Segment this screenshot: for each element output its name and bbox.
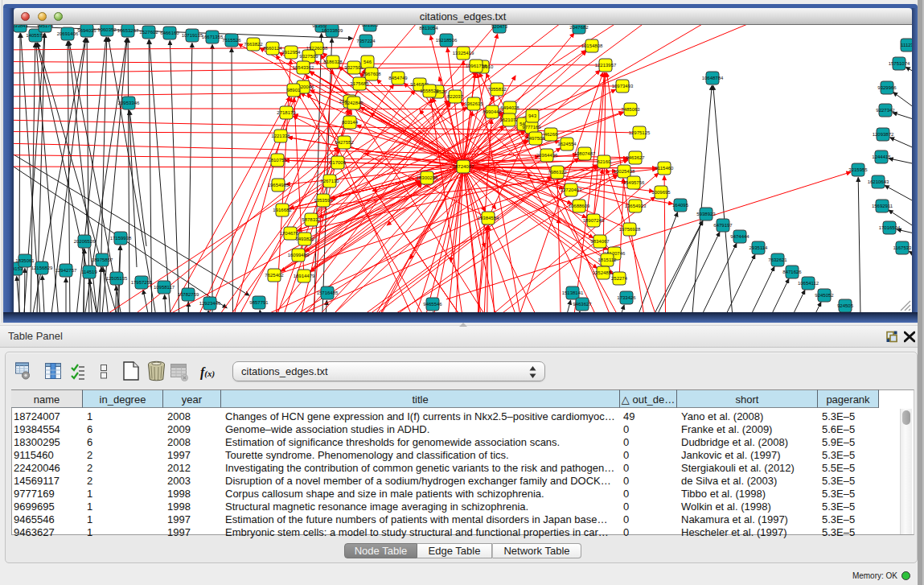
svg-text:1244415: 1244415 xyxy=(872,154,891,159)
svg-text:20364436: 20364436 xyxy=(536,153,558,158)
svg-text:16782759: 16782759 xyxy=(178,292,199,297)
svg-text:10025438: 10025438 xyxy=(614,169,635,174)
svg-text:11123: 11123 xyxy=(901,43,912,47)
svg-text:5878332: 5878332 xyxy=(302,217,321,222)
svg-text:9834067: 9834067 xyxy=(590,239,610,244)
svg-text:16099489: 16099489 xyxy=(288,253,310,257)
svg-text:9694035: 9694035 xyxy=(77,28,97,33)
svg-text:12505135: 12505135 xyxy=(106,276,128,281)
svg-text:8813054: 8813054 xyxy=(419,26,438,31)
svg-text:18975857: 18975857 xyxy=(92,257,113,262)
svg-text:16543362: 16543362 xyxy=(293,65,314,70)
svg-text:15138141: 15138141 xyxy=(562,290,584,295)
svg-text:2047682: 2047682 xyxy=(569,25,589,30)
svg-text:9463627: 9463627 xyxy=(626,155,645,160)
svg-text:12093872: 12093872 xyxy=(873,132,894,137)
svg-text:8471626: 8471626 xyxy=(782,270,802,274)
svg-text:10654112: 10654112 xyxy=(798,281,819,286)
svg-text:9463627: 9463627 xyxy=(573,302,592,307)
svg-text:3912954: 3912954 xyxy=(281,50,301,55)
svg-text:1558520: 1558520 xyxy=(420,89,439,93)
svg-text:252274: 252274 xyxy=(611,276,628,281)
svg-text:114519: 114519 xyxy=(81,270,97,274)
svg-text:3175685: 3175685 xyxy=(350,81,369,86)
svg-text:1405571: 1405571 xyxy=(26,33,45,38)
svg-text:822037: 822037 xyxy=(447,94,464,99)
svg-text:1810755: 1810755 xyxy=(268,158,287,163)
svg-text:924505: 924505 xyxy=(837,303,854,308)
svg-text:16033809: 16033809 xyxy=(322,28,343,33)
svg-text:15751074: 15751074 xyxy=(889,61,910,66)
svg-text:15716485: 15716485 xyxy=(317,290,339,295)
svg-text:8990448: 8990448 xyxy=(483,109,502,114)
svg-text:20206526: 20206526 xyxy=(74,239,96,244)
svg-text:881305: 881305 xyxy=(362,25,379,27)
svg-text:16671355: 16671355 xyxy=(202,35,224,39)
svg-text:217006: 217006 xyxy=(330,160,347,165)
svg-text:15692911: 15692911 xyxy=(872,204,893,208)
svg-text:10958117: 10958117 xyxy=(154,285,175,290)
svg-text:1167533: 1167533 xyxy=(893,245,912,250)
svg-text:10961758: 10961758 xyxy=(466,64,487,68)
svg-text:8660124: 8660124 xyxy=(263,46,282,51)
svg-text:1527602: 1527602 xyxy=(139,30,158,35)
svg-text:943: 943 xyxy=(528,113,537,118)
svg-text:20953346: 20953346 xyxy=(118,101,140,105)
svg-text:1009695: 1009695 xyxy=(651,190,671,195)
svg-text:9857791: 9857791 xyxy=(249,300,269,305)
svg-text:6497506: 6497506 xyxy=(526,136,545,141)
svg-text:10154808: 10154808 xyxy=(581,43,603,48)
svg-text:9115460: 9115460 xyxy=(655,166,675,171)
svg-text:1815112: 1815112 xyxy=(598,257,618,262)
svg-text:10807487: 10807487 xyxy=(574,151,596,156)
svg-text:9465546: 9465546 xyxy=(423,302,442,307)
svg-text:6466160: 6466160 xyxy=(160,31,179,35)
svg-text:19218506: 19218506 xyxy=(436,38,458,43)
svg-text:19654985: 19654985 xyxy=(268,183,290,187)
svg-text:15495756: 15495756 xyxy=(623,180,645,185)
svg-text:3493822: 3493822 xyxy=(295,237,314,241)
svg-text:17957255: 17957255 xyxy=(131,280,153,285)
svg-text:2967608: 2967608 xyxy=(362,72,381,76)
svg-text:9777169: 9777169 xyxy=(522,125,541,130)
svg-text:13524851: 13524851 xyxy=(593,270,614,275)
svg-text:1221338: 1221338 xyxy=(271,134,290,138)
svg-text:10719135: 10719135 xyxy=(182,33,203,38)
svg-text:803144: 803144 xyxy=(342,120,359,125)
svg-text:13325419: 13325419 xyxy=(453,51,474,56)
svg-text:7986322: 7986322 xyxy=(548,170,567,175)
svg-text:920473: 920473 xyxy=(491,25,508,29)
svg-text:16210643: 16210643 xyxy=(868,179,889,184)
svg-text:9474444: 9474444 xyxy=(730,234,749,239)
svg-text:193841: 193841 xyxy=(14,25,29,28)
svg-text:7485063: 7485063 xyxy=(621,107,640,112)
svg-text:12213957: 12213957 xyxy=(595,63,617,68)
svg-text:62160: 62160 xyxy=(598,159,611,164)
svg-text:17016504: 17016504 xyxy=(879,225,901,230)
svg-text:9329966: 9329966 xyxy=(877,85,897,90)
svg-text:1060352: 1060352 xyxy=(97,27,117,32)
svg-text:12156829: 12156829 xyxy=(31,266,53,270)
svg-text:18907249: 18907249 xyxy=(583,218,605,223)
svg-text:18300295: 18300295 xyxy=(417,175,438,180)
svg-text:9227342: 9227342 xyxy=(876,108,895,113)
svg-text:8186328: 8186328 xyxy=(323,60,343,64)
svg-text:10973493: 10973493 xyxy=(612,84,634,89)
svg-text:13654923: 13654923 xyxy=(625,204,647,208)
svg-text:995174: 995174 xyxy=(37,25,54,28)
svg-text:10688609: 10688609 xyxy=(569,204,590,208)
svg-text:1353594: 1353594 xyxy=(314,198,333,203)
svg-text:1835061: 1835061 xyxy=(15,258,35,263)
svg-text:7055812: 7055812 xyxy=(487,87,507,92)
svg-text:1621072: 1621072 xyxy=(499,117,519,122)
svg-text:19756928: 19756928 xyxy=(619,227,641,232)
svg-text:9327509: 9327509 xyxy=(299,54,318,59)
svg-text:6494028: 6494028 xyxy=(500,105,519,110)
svg-text:46266: 46266 xyxy=(544,132,558,137)
svg-text:164095: 164095 xyxy=(672,203,689,208)
svg-text:98901: 98901 xyxy=(287,88,301,93)
svg-text:12923446: 12923446 xyxy=(199,301,221,306)
svg-text:7357224: 7357224 xyxy=(356,39,376,43)
svg-text:1362615: 1362615 xyxy=(464,101,483,106)
svg-text:12975125: 12975125 xyxy=(629,130,651,135)
